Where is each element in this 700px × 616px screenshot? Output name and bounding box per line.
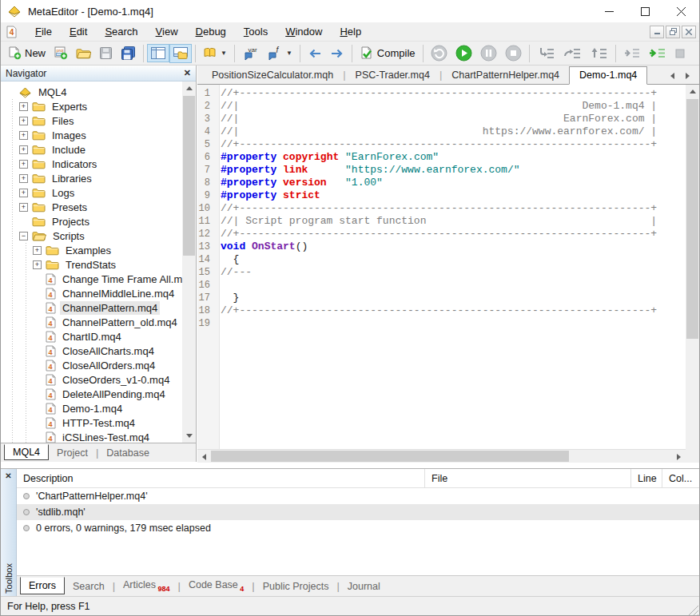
menu-item-search[interactable]: Search — [96, 24, 146, 39]
expand-plus-icon[interactable]: + — [19, 117, 28, 125]
tree-item[interactable]: 4Demo-1.mq4 — [1, 401, 196, 415]
tree-item[interactable]: 4ChannelPattern.mq4 — [1, 300, 196, 315]
tree-item[interactable]: Projects — [1, 214, 196, 229]
tree-item[interactable]: +Presets — [1, 200, 196, 214]
tree-item[interactable]: 4ChannelMiddleLine.mq4 — [1, 286, 196, 300]
tree-item[interactable]: +Experts — [1, 99, 196, 113]
navigator-scrollbar[interactable] — [182, 81, 196, 443]
toolbox-tab-errors[interactable]: Errors — [20, 577, 65, 594]
collapse-minus-icon[interactable]: − — [19, 232, 28, 240]
scrollbar-thumb[interactable] — [183, 96, 195, 256]
bookmark-function-button[interactable]: f ▼ — [264, 43, 296, 64]
tree-item[interactable]: +Include — [1, 142, 196, 157]
menu-item-tools[interactable]: Tools — [235, 24, 276, 39]
tree-item[interactable]: 4iCSLines-Test.mq4 — [1, 430, 196, 443]
tree-item[interactable]: MQL4 — [1, 85, 196, 99]
tree-item[interactable]: 4CloseAllCharts.mq4 — [1, 344, 196, 358]
scroll-down-icon[interactable] — [182, 429, 196, 443]
close-icon[interactable] — [663, 0, 699, 22]
start-debug-button[interactable] — [451, 42, 476, 65]
mdi-minimize-icon[interactable] — [650, 26, 664, 38]
step-out-button[interactable] — [586, 43, 612, 63]
tab-PositionSizeCalculator.mqh[interactable]: PositionSizeCalculator.mqh — [202, 67, 343, 84]
toolbox-tab-code-base[interactable]: Code Base 4 — [181, 577, 252, 595]
expand-plus-icon[interactable]: + — [19, 102, 28, 111]
expand-plus-icon[interactable]: + — [19, 131, 28, 140]
resize-grip-icon[interactable] — [687, 604, 698, 615]
tree-item[interactable]: 4ChannelPattern_old.mq4 — [1, 315, 196, 329]
restart-debug-button[interactable] — [427, 42, 451, 65]
new-project-button[interactable]: proj — [50, 43, 72, 63]
editor-vertical-scrollbar[interactable] — [686, 85, 699, 449]
navigator-toggle-button[interactable] — [147, 44, 169, 62]
tree-item[interactable]: 4CloseOrders_v1-0.mq4 — [1, 372, 196, 387]
pause-debug-button[interactable] — [476, 42, 501, 65]
menu-item-edit[interactable]: Edit — [61, 24, 96, 39]
toolbox-toggle-button[interactable] — [169, 44, 192, 63]
expand-plus-icon[interactable]: + — [19, 145, 28, 154]
scrollbar-thumb[interactable] — [686, 99, 698, 339]
expand-plus-icon[interactable]: + — [19, 160, 28, 169]
tree-item[interactable]: 4ChartID.mq4 — [1, 329, 196, 344]
new-file-button[interactable]: New — [4, 43, 50, 63]
tree-item[interactable]: +Examples — [1, 243, 196, 257]
scroll-up-icon[interactable] — [182, 81, 196, 95]
toolbox-tab-articles[interactable]: Articles 984 — [115, 577, 178, 595]
expand-plus-icon[interactable]: + — [33, 246, 42, 255]
scroll-right-icon[interactable] — [672, 450, 686, 463]
navigator-tab-project[interactable]: Project — [49, 446, 96, 460]
toolbox-tab-public-projects[interactable]: Public Projects — [255, 578, 337, 594]
expand-plus-icon[interactable]: + — [19, 174, 28, 183]
tree-item[interactable]: −Scripts — [1, 229, 196, 243]
show-next-statement-button[interactable] — [619, 44, 645, 62]
tree-item[interactable]: +TrendStats — [1, 257, 196, 272]
bookmark-variable-button[interactable]: var — [238, 43, 264, 64]
expand-plus-icon[interactable]: + — [19, 189, 28, 197]
step-over-button[interactable] — [559, 43, 586, 63]
tab-PSC-Trader.mq4[interactable]: PSC-Trader.mq4 — [346, 67, 439, 84]
run-to-cursor-button[interactable] — [645, 44, 670, 62]
error-list-row[interactable]: 'stdlib.mqh' — [17, 504, 699, 520]
tab-Demo-1.mq4[interactable]: Demo-1.mq4 — [569, 66, 647, 85]
error-list-row[interactable]: 'ChartPatternHelper.mq4' — [17, 488, 699, 504]
column-header-file[interactable]: File — [424, 469, 630, 487]
menu-item-debug[interactable]: Debug — [187, 24, 235, 39]
open-file-button[interactable] — [72, 44, 95, 62]
column-header-col[interactable]: Col... — [662, 469, 699, 487]
mdi-close-icon[interactable] — [682, 26, 696, 38]
editor-horizontal-scrollbar[interactable] — [197, 449, 686, 463]
styler-button[interactable]: ▼ — [199, 44, 231, 62]
expand-plus-icon[interactable]: + — [19, 203, 28, 212]
step-into-button[interactable] — [533, 43, 559, 63]
minimize-icon[interactable] — [591, 0, 627, 22]
toolbox-tab-journal[interactable]: Journal — [340, 578, 388, 594]
column-header-description[interactable]: Description — [17, 469, 424, 487]
menu-item-window[interactable]: Window — [276, 24, 331, 39]
tab-ChartPatternHelper.mq4[interactable]: ChartPatternHelper.mq4 — [442, 67, 569, 84]
expand-plus-icon[interactable]: + — [33, 260, 42, 269]
tree-item[interactable]: +Indicators — [1, 157, 196, 171]
tree-item[interactable]: 4CloseAllOrders.mq4 — [1, 358, 196, 372]
menu-item-help[interactable]: Help — [331, 24, 370, 39]
tree-item[interactable]: 4HTTP-Test.mq4 — [1, 415, 196, 430]
tree-item[interactable]: 4DeleteAllPending.mq4 — [1, 387, 196, 401]
maximize-icon[interactable] — [627, 0, 663, 22]
menu-item-file[interactable]: File — [26, 24, 61, 39]
menu-item-view[interactable]: View — [147, 24, 187, 39]
navigator-tab-database[interactable]: Database — [98, 446, 157, 460]
compile-button[interactable]: Compile — [356, 43, 420, 63]
save-button[interactable] — [95, 43, 117, 63]
mdi-restore-icon[interactable] — [666, 26, 680, 38]
code-editor[interactable]: 1//+------------------------------------… — [197, 85, 686, 449]
navigator-tab-mql4[interactable]: MQL4 — [4, 444, 49, 460]
error-list-row[interactable]: 0 errors, 0 warnings, 179 msec elapsed — [17, 520, 699, 536]
scroll-up-icon[interactable] — [686, 85, 699, 98]
tree-item[interactable]: +Files — [1, 113, 196, 128]
navigate-forward-button[interactable] — [326, 45, 348, 62]
navigator-close-icon[interactable]: ✕ — [184, 68, 191, 78]
toolbox-tab-search[interactable]: Search — [65, 578, 113, 594]
scroll-left-icon[interactable] — [197, 450, 211, 463]
navigate-back-button[interactable] — [304, 45, 326, 62]
stop-debug-button[interactable] — [501, 42, 526, 65]
scrollbar-thumb[interactable] — [211, 451, 569, 462]
